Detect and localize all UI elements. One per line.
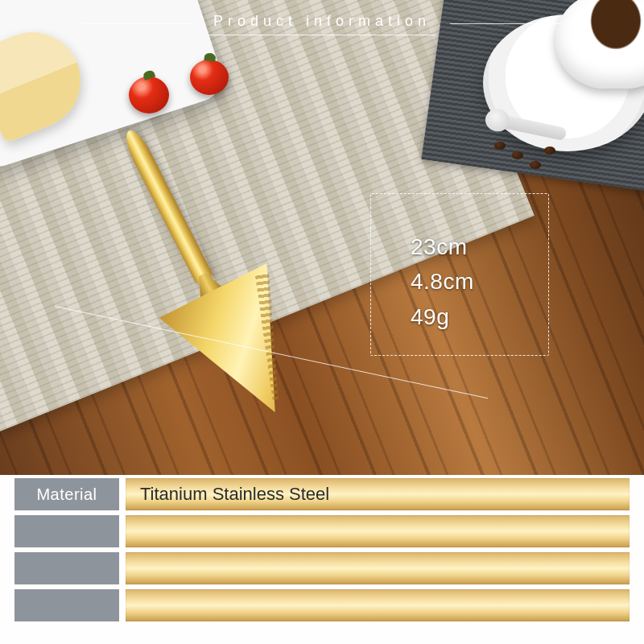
page-title: Product information (208, 11, 436, 35)
server-handle (120, 126, 214, 286)
title-rule-right (450, 23, 563, 24)
product-info-card: 23cm 4.8cm 49g Product information Mater… (0, 0, 644, 644)
spec-row (14, 589, 630, 621)
spec-label (14, 589, 119, 621)
spec-label: Material (14, 478, 119, 510)
dimension-width: 4.8cm (411, 264, 474, 299)
coffee-bean (544, 147, 555, 155)
spec-label (14, 552, 119, 584)
spec-value: Titanium Stainless Steel (126, 478, 630, 510)
spec-row (14, 515, 630, 547)
spec-value (126, 589, 630, 621)
dimension-length: 23cm (411, 229, 474, 264)
title-rule-left (81, 23, 194, 24)
title-wrap: Product information (0, 11, 644, 35)
coffee-bean (494, 142, 506, 150)
hero-photo: 23cm 4.8cm 49g Product information (0, 0, 644, 475)
spec-row (14, 552, 630, 584)
coffee-bean (512, 151, 523, 159)
cherry-tomato (129, 76, 169, 114)
spec-table: Material Titanium Stainless Steel (0, 475, 644, 644)
dimension-weight: 49g (411, 299, 474, 334)
spec-row: Material Titanium Stainless Steel (14, 478, 630, 510)
spec-label (14, 515, 119, 547)
dimension-text: 23cm 4.8cm 49g (411, 229, 474, 334)
spec-value (126, 515, 630, 547)
coffee-bean (530, 161, 541, 169)
spec-value (126, 552, 630, 584)
